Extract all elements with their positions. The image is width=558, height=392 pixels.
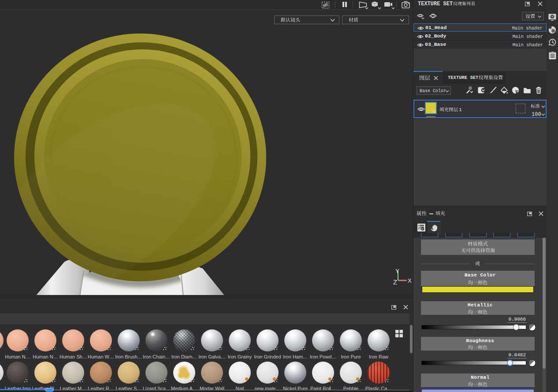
svg-text:Z: Z [393,278,397,286]
svg-text:Y: Y [395,268,399,274]
svg-text:1: 1 [432,14,435,18]
svg-text:X: X [408,277,412,284]
